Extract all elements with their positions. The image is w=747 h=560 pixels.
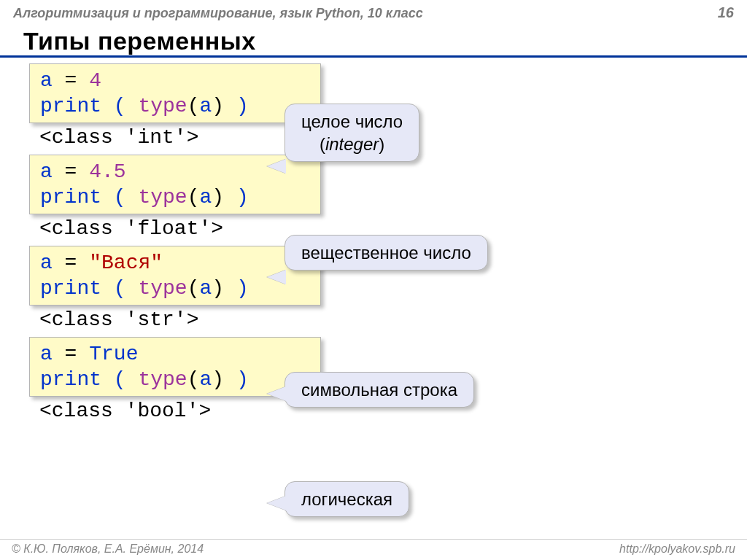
- type-paren-right: ): [212, 186, 224, 209]
- code-line-print: print ( type(a) ): [40, 93, 310, 119]
- paren-right: ): [224, 277, 249, 300]
- callout-tail-icon: [267, 270, 286, 284]
- type-paren-left: (: [187, 95, 200, 117]
- type-paren-right: ): [212, 95, 224, 117]
- page-number: 16: [718, 4, 734, 21]
- code-line-assign: a = 4: [40, 68, 310, 93]
- type-keyword: type: [138, 277, 187, 300]
- type-arg: a: [199, 277, 212, 300]
- callout-line: (integer): [301, 133, 403, 155]
- print-keyword: print: [40, 95, 101, 117]
- callout-tail-icon: [267, 496, 286, 510]
- code-eq: =: [53, 252, 89, 274]
- callout-tail-icon: [267, 159, 286, 174]
- code-var: a: [40, 160, 53, 183]
- code-eq: =: [53, 343, 89, 365]
- callout: вещественное число: [285, 235, 488, 271]
- print-keyword: print: [40, 368, 101, 391]
- callout-line: целое число: [301, 110, 403, 133]
- callout-italic: integer: [325, 134, 379, 154]
- slide-title: Типы переменных: [0, 24, 747, 58]
- code-line-assign: a = True: [40, 341, 310, 367]
- print-keyword: print: [40, 277, 101, 300]
- code-output: <class 'str'>: [29, 306, 747, 335]
- paren-right: ): [224, 368, 249, 391]
- code-line-print: print ( type(a) ): [40, 184, 310, 210]
- code-var: a: [40, 69, 53, 92]
- type-paren-right: ): [212, 277, 224, 300]
- print-keyword: print: [40, 186, 101, 209]
- callout: целое число(integer): [285, 104, 419, 162]
- footer-left: © К.Ю. Поляков, Е.А. Ерёмин, 2014: [12, 542, 204, 556]
- paren-left: (: [101, 277, 138, 300]
- code-box: a = 4print ( type(a) ): [29, 63, 321, 123]
- paren-left: (: [101, 186, 138, 209]
- type-keyword: type: [138, 368, 187, 391]
- callout-line: вещественное число: [301, 241, 471, 264]
- paren-right: ): [224, 186, 249, 209]
- footer-right: http://kpolyakov.spb.ru: [619, 542, 735, 556]
- paren-left: (: [101, 95, 138, 117]
- type-keyword: type: [138, 95, 187, 117]
- code-value: 4.5: [89, 160, 125, 183]
- code-value: True: [89, 343, 138, 365]
- code-var: a: [40, 343, 53, 365]
- type-example-block: a = 4.5print ( type(a) )<class 'float'>: [29, 155, 747, 244]
- code-eq: =: [53, 160, 89, 183]
- type-arg: a: [199, 186, 212, 209]
- type-paren-left: (: [187, 368, 200, 391]
- code-eq: =: [53, 69, 89, 92]
- slide-header: Алгоритмизация и программирование, язык …: [0, 0, 747, 24]
- callout: символьная строка: [285, 372, 474, 408]
- code-var: a: [40, 252, 53, 274]
- callout: логическая: [285, 481, 409, 517]
- type-paren-left: (: [187, 277, 200, 300]
- header-title: Алгоритмизация и программирование, язык …: [13, 6, 423, 21]
- type-arg: a: [199, 95, 212, 117]
- callout-line: символьная строка: [301, 378, 457, 401]
- callout-line: логическая: [301, 488, 392, 510]
- type-keyword: type: [138, 186, 187, 209]
- paren-left: (: [101, 368, 138, 391]
- type-arg: a: [199, 368, 212, 391]
- paren-right: ): [224, 95, 249, 117]
- type-paren-left: (: [187, 186, 200, 209]
- slide-footer: © К.Ю. Поляков, Е.А. Ерёмин, 2014 http:/…: [0, 539, 747, 556]
- code-value: 4: [89, 69, 101, 92]
- code-value: "Вася": [89, 252, 163, 274]
- type-paren-right: ): [212, 368, 224, 391]
- callout-tail-icon: [267, 386, 286, 401]
